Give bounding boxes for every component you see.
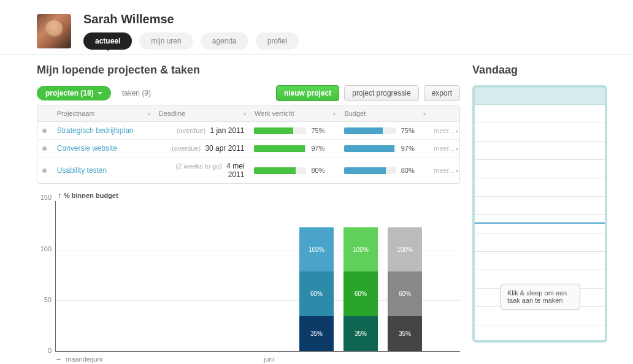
- th-deadline[interactable]: Deadline▾: [154, 105, 250, 121]
- work-progress-bar: [254, 167, 306, 174]
- chart-bar-label: C: [161, 343, 165, 349]
- project-link[interactable]: Usability testen: [57, 166, 107, 175]
- status-dot-icon: [42, 129, 47, 133]
- more-actions-link[interactable]: meer...: [434, 127, 458, 134]
- project-link[interactable]: Conversie website: [57, 144, 117, 153]
- agenda-slot[interactable]: [475, 178, 605, 197]
- th-projectnaam[interactable]: Projectnaam▾: [52, 105, 154, 121]
- work-percent: 75%: [311, 127, 331, 134]
- chart-segment: 35%: [343, 316, 378, 351]
- sort-icon: ▾: [148, 112, 150, 117]
- table-row: Strategisch bedrijfsplan(overdue) 1 jan …: [37, 122, 459, 140]
- new-project-button[interactable]: nieuw project: [276, 85, 339, 101]
- chart-segment: 100%: [299, 227, 334, 271]
- chart-bar-label: '10: [81, 343, 87, 349]
- agenda-slot[interactable]: [475, 123, 605, 142]
- chart-stacked-bar: 35%60%100%: [299, 227, 334, 351]
- tab-profiel[interactable]: profiel: [256, 32, 299, 50]
- deadline-status: (overdue): [177, 127, 205, 134]
- chart-segment: 60%: [388, 271, 422, 316]
- projects-table: Projectnaam▾ Deadline▾ Werk verricht▾ Bu…: [37, 105, 460, 184]
- deadline-date: 4 mei 2011: [226, 162, 244, 179]
- agenda-slot[interactable]: [475, 307, 605, 325]
- budget-progress-bar: [344, 127, 396, 134]
- chart-bar-label: D: [177, 343, 180, 349]
- th-werk[interactable]: Werk verricht▾: [250, 105, 339, 121]
- budget-percent: 80%: [401, 167, 421, 174]
- sort-icon: ▾: [333, 112, 336, 117]
- export-button[interactable]: export: [424, 85, 460, 101]
- agenda-slot[interactable]: [475, 215, 605, 233]
- work-percent: 80%: [311, 167, 331, 174]
- arrow-right-icon: [55, 355, 62, 363]
- deadline-date: 1 jan 2011: [210, 126, 244, 135]
- chart-bar-label: '11: [96, 343, 102, 349]
- budget-percent: 97%: [401, 145, 421, 152]
- chart-segment: 100%: [343, 227, 378, 271]
- chart-bar-label: E: [192, 343, 195, 349]
- work-progress-bar: [254, 127, 306, 134]
- table-header: Projectnaam▾ Deadline▾ Werk verricht▾ Bu…: [37, 105, 459, 122]
- sort-icon: ▾: [423, 112, 426, 117]
- deadline-status: (2 weeks to go): [176, 162, 222, 170]
- chart-segment: 35%: [299, 316, 334, 351]
- status-dot-icon: [42, 169, 47, 173]
- chart-bar-label: '09: [66, 343, 72, 349]
- chart-x-segment-2: juni: [264, 355, 274, 363]
- budget-progress-bar: [344, 167, 396, 174]
- agenda-slot[interactable]: [475, 142, 605, 160]
- avatar[interactable]: [37, 14, 71, 48]
- chevron-down-icon: [98, 92, 102, 94]
- chart-bar-label: H: [238, 343, 242, 349]
- agenda-header: [475, 88, 605, 105]
- section-title: Mijn lopende projecten & taken: [37, 64, 460, 77]
- chart-segment: 35%: [388, 316, 422, 351]
- table-row: Usability testen(2 weeks to go) 4 mei 20…: [37, 157, 459, 183]
- more-actions-link[interactable]: meer...: [434, 167, 458, 174]
- chart-segment: 60%: [299, 271, 334, 316]
- chart-bar-label: A: [131, 343, 134, 349]
- filter-taken-pill[interactable]: taken (9): [116, 86, 157, 100]
- filter-projecten-pill[interactable]: projecten (18): [37, 86, 111, 100]
- chart-bar-label: G: [222, 343, 226, 349]
- status-dot-icon: [42, 146, 47, 151]
- chart-bar-label: F: [207, 343, 210, 349]
- budget-progress-bar: [344, 145, 396, 152]
- chart-segment: 60%: [343, 271, 378, 316]
- th-budget[interactable]: Budget▾: [339, 105, 429, 121]
- chart-stacked-bar: 35%60%100%: [343, 227, 378, 351]
- agenda-slot[interactable]: [475, 233, 605, 252]
- page-title: Sarah Willemse: [83, 12, 299, 26]
- agenda-slot[interactable]: [475, 252, 605, 270]
- work-percent: 97%: [311, 145, 331, 152]
- work-progress-bar: [254, 145, 306, 152]
- chart-ylabel: % binnen budget: [64, 192, 118, 199]
- chart-bar-label: J: [269, 343, 272, 349]
- sort-icon: ▾: [244, 112, 246, 117]
- chart-bar-label: B: [146, 343, 149, 349]
- tabs: actueel mijn uren agenda profiel: [83, 32, 299, 50]
- agenda-hint-tooltip: Klik & sleep om een taak aan te maken: [501, 284, 580, 309]
- deadline-date: 30 apr 2011: [205, 144, 244, 153]
- table-row: Conversie website(overdue) 30 apr 201197…: [37, 140, 459, 157]
- deadline-status: (overdue): [172, 145, 201, 152]
- header: Sarah Willemse actueel mijn uren agenda …: [0, 0, 633, 55]
- tab-agenda[interactable]: agenda: [201, 32, 248, 50]
- project-progression-button[interactable]: project progressie: [344, 85, 418, 101]
- agenda-slot[interactable]: [475, 197, 605, 215]
- project-link[interactable]: Strategisch bedrijfsplan: [57, 126, 134, 135]
- sidebar-title: Vandaag: [472, 64, 607, 77]
- more-actions-link[interactable]: meer...: [434, 145, 458, 152]
- chart-bar-label: I: [254, 343, 255, 349]
- agenda-panel[interactable]: Klik & sleep om een taak aan te maken: [472, 85, 607, 343]
- chart-xlabel: maanden: [66, 355, 94, 363]
- arrow-up-icon: [58, 191, 61, 200]
- budget-chart: % binnen budget 150 100 50 0 '09'10'11AB…: [37, 191, 460, 363]
- budget-percent: 75%: [401, 127, 421, 134]
- chart-x-segment-1: juni: [92, 355, 102, 363]
- tab-actueel[interactable]: actueel: [83, 32, 132, 50]
- agenda-slot[interactable]: [475, 160, 605, 178]
- current-time-indicator: [475, 222, 605, 224]
- agenda-slot[interactable]: [475, 105, 605, 123]
- tab-mijn-uren[interactable]: mijn uren: [139, 32, 193, 50]
